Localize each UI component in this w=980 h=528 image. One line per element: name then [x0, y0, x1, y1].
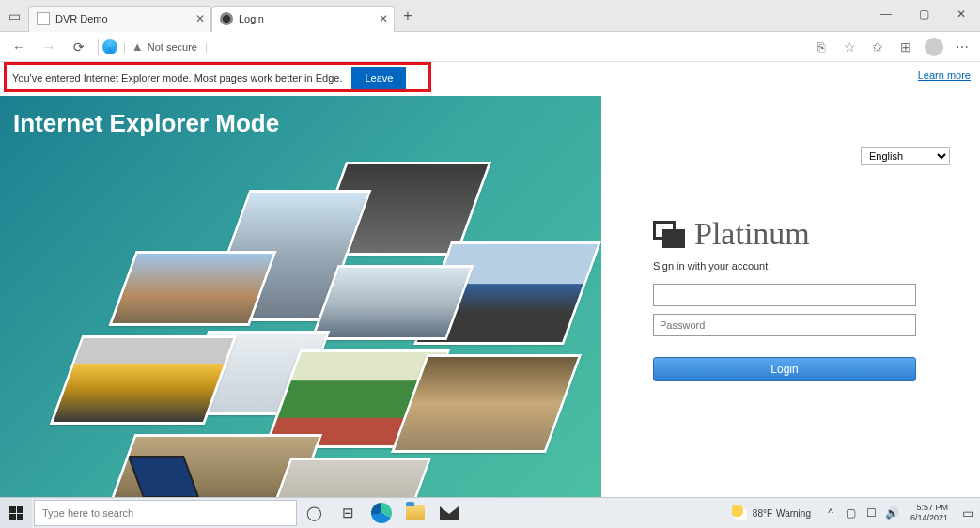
browser-titlebar: ▭ DVR Demo ✕ Login ✕ + — ▢ ✕	[0, 0, 980, 32]
close-window-button[interactable]: ✕	[942, 0, 980, 28]
weather-icon	[732, 505, 747, 520]
logo-icon	[653, 221, 685, 247]
signin-prompt: Sign in with your account	[653, 260, 768, 272]
tab-title: Login	[239, 13, 264, 24]
clock-time: 5:57 PM	[910, 503, 948, 513]
page-icon	[220, 12, 233, 25]
divider: |	[123, 41, 126, 53]
settings-menu-button[interactable]: ⋯	[948, 34, 976, 60]
meet-now-icon[interactable]: ▢	[841, 506, 862, 520]
taskbar-clock[interactable]: 5:57 PM 6/14/2021	[903, 503, 956, 523]
maximize-button[interactable]: ▢	[905, 0, 942, 28]
login-panel: English Platinum Sign in with your accou…	[601, 96, 980, 497]
ie-mode-infobar: You've entered Internet Explorer mode. M…	[0, 62, 980, 96]
collage-tile	[310, 265, 474, 340]
tab-actions-icon[interactable]: ▭	[0, 8, 28, 23]
file-explorer-icon[interactable]	[398, 498, 432, 529]
language-select[interactable]: English	[861, 147, 950, 165]
volume-icon[interactable]: 🔊	[882, 506, 903, 520]
edge-taskbar-icon[interactable]	[365, 498, 398, 529]
system-tray: 88°F Warning ^ ▢ ☐ 🔊 5:57 PM 6/14/2021 ▭	[732, 498, 980, 528]
divider: |	[205, 41, 208, 53]
back-button[interactable]: ←	[4, 34, 34, 60]
hero-title: Internet Explorer Mode	[13, 109, 601, 138]
search-placeholder: Type here to search	[42, 507, 133, 519]
page-content: Internet Explorer Mode English Platinum …	[0, 96, 980, 497]
mail-icon[interactable]	[432, 498, 466, 529]
hero-image-collage	[38, 162, 601, 497]
start-button[interactable]	[0, 498, 32, 529]
not-secure-icon: ▲	[132, 39, 144, 54]
profile-avatar[interactable]	[920, 34, 948, 60]
windows-logo-icon	[9, 506, 23, 520]
ie-mode-icon	[102, 39, 117, 54]
tray-app-icon[interactable]: ☐	[862, 506, 882, 520]
forward-button[interactable]: →	[34, 34, 64, 60]
refresh-button[interactable]: ⟳	[64, 34, 94, 60]
task-view-icon[interactable]: ⊟	[331, 498, 365, 529]
collections-icon[interactable]: ⊞	[892, 34, 920, 60]
browser-navbar: ← → ⟳ | ▲ Not secure | ⎘ ☆ ✩ ⊞ ⋯	[0, 32, 980, 62]
tab-login[interactable]: Login ✕	[211, 6, 395, 32]
avatar-icon	[925, 38, 943, 56]
username-field[interactable]	[653, 284, 916, 306]
clock-date: 6/14/2021	[910, 513, 948, 523]
page-icon	[37, 12, 50, 25]
ie-mode-message: You've entered Internet Explorer mode. M…	[12, 72, 342, 84]
brand-name: Platinum	[694, 216, 810, 252]
close-icon[interactable]: ✕	[195, 12, 205, 25]
brand-logo: Platinum	[653, 216, 810, 252]
tab-dvr-demo[interactable]: DVR Demo ✕	[28, 6, 211, 32]
tab-title: DVR Demo	[55, 13, 108, 24]
divider	[98, 39, 99, 55]
learn-more-link[interactable]: Learn more	[918, 70, 971, 81]
weather-label[interactable]: Warning	[776, 508, 811, 519]
leave-button[interactable]: Leave	[351, 67, 406, 89]
read-aloud-icon[interactable]: ⎘	[807, 34, 835, 60]
close-icon[interactable]: ✕	[379, 12, 388, 25]
action-center-icon[interactable]: ▭	[956, 505, 980, 520]
collage-tile	[108, 251, 276, 326]
minimize-button[interactable]: —	[867, 0, 905, 28]
windows-taskbar: Type here to search ◯ ⊟ 88°F Warning ^ ▢…	[0, 497, 980, 528]
weather-temp[interactable]: 88°F	[753, 508, 772, 519]
login-button[interactable]: Login	[653, 357, 916, 381]
favorites-list-icon[interactable]: ✩	[863, 34, 892, 60]
taskbar-search-input[interactable]: Type here to search	[34, 500, 297, 526]
password-field[interactable]	[653, 314, 916, 336]
address-bar[interactable]: | ▲ Not secure |	[102, 39, 208, 54]
collage-tile	[50, 335, 238, 425]
cortana-icon[interactable]: ◯	[297, 498, 331, 529]
favorite-icon[interactable]: ☆	[835, 34, 863, 60]
tray-overflow-icon[interactable]: ^	[820, 506, 841, 520]
hero-panel: Internet Explorer Mode	[0, 96, 601, 497]
security-label: Not secure	[148, 41, 197, 53]
new-tab-button[interactable]: +	[395, 3, 421, 29]
